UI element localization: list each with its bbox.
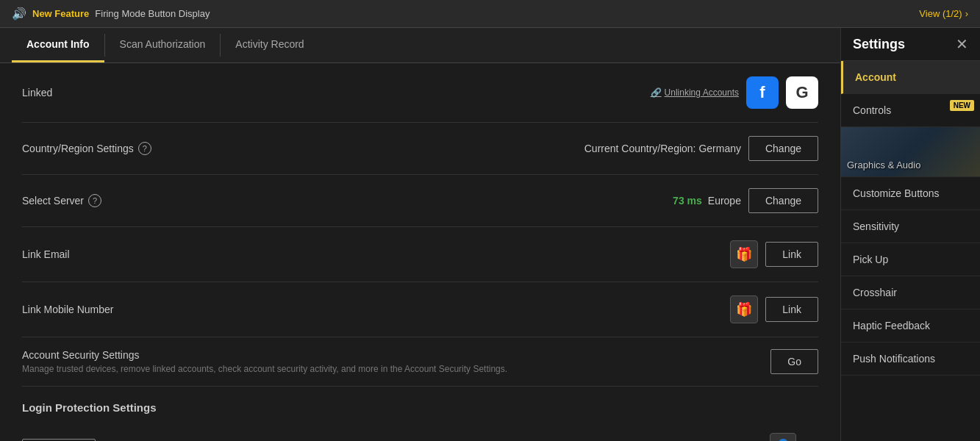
mobile-gift-icon: 🎁: [730, 295, 758, 323]
sidebar-item-account-label: Account: [855, 71, 896, 83]
sidebar-item-controls[interactable]: Controls NEW: [841, 94, 980, 127]
country-info-icon[interactable]: ?: [138, 142, 151, 155]
chain-icon: 🔗: [651, 87, 662, 98]
sidebar-item-pick-up[interactable]: Pick Up: [841, 243, 980, 276]
sidebar: Settings ✕ Account Controls NEW Graphics…: [840, 28, 980, 441]
link-mobile-row: Link Mobile Number 🎁 Link: [22, 282, 818, 337]
sidebar-title: Settings: [853, 37, 905, 52]
link-mobile-label: Link Mobile Number: [22, 304, 114, 315]
settings-content: Linked 🔗 Unlinking Accounts f G: [0, 63, 840, 441]
link-mobile-controls: 🎁 Link: [730, 295, 818, 323]
link-mobile-button[interactable]: Link: [765, 297, 818, 322]
security-settings-row: Account Security Settings Manage trusted…: [22, 337, 818, 387]
graphics-audio-thumbnail: Graphics & Audio: [841, 127, 980, 176]
email-gift-icon: 🎁: [730, 240, 758, 268]
sidebar-item-graphics-audio-label: Graphics & Audio: [847, 159, 920, 171]
security-go-button[interactable]: Go: [770, 349, 818, 374]
unlink-accounts-link[interactable]: 🔗 Unlinking Accounts: [651, 87, 739, 98]
server-region: Europe: [708, 195, 741, 207]
tab-activity-record[interactable]: Activity Record: [221, 28, 318, 62]
sidebar-item-crosshair[interactable]: Crosshair: [841, 276, 980, 309]
chevron-right-icon: ›: [965, 8, 968, 19]
sidebar-item-pick-up-label: Pick Up: [853, 254, 888, 265]
current-country-text: Current Country/Region: Germany: [584, 143, 741, 154]
linked-controls: 🔗 Unlinking Accounts f G: [651, 76, 818, 109]
google-linked-button[interactable]: G: [786, 76, 818, 109]
country-region-label: Country/Region Settings ?: [22, 142, 151, 155]
speaker-icon: 🔊: [12, 7, 26, 21]
sidebar-item-sensitivity-label: Sensitivity: [853, 220, 899, 232]
sidebar-item-push-notifications[interactable]: Push Notifications: [841, 343, 980, 376]
link-email-label: Link Email: [22, 248, 70, 260]
linked-label: Linked: [22, 87, 52, 98]
facebook-linked-button[interactable]: f: [746, 76, 779, 109]
view-label: View (1/2): [919, 8, 962, 19]
main-layout: Account Info Scan Authorization Activity…: [0, 28, 980, 441]
server-change-button[interactable]: Change: [748, 188, 818, 213]
link-email-controls: 🎁 Link: [730, 240, 818, 268]
sidebar-item-customize-buttons[interactable]: Customize Buttons: [841, 177, 980, 210]
ping-value: 73 ms: [673, 195, 702, 207]
country-region-row: Country/Region Settings ? Current Countr…: [22, 123, 818, 175]
sidebar-item-account[interactable]: Account: [841, 61, 980, 94]
server-info: 73 ms Europe: [673, 195, 741, 207]
bottom-row: Log Out Current f Delete Account Privacy…: [22, 421, 818, 441]
tab-scan-authorization[interactable]: Scan Authorization: [105, 28, 221, 62]
view-button[interactable]: View (1/2) ›: [919, 8, 968, 19]
sidebar-item-crosshair-label: Crosshair: [853, 287, 897, 298]
linked-row: Linked 🔗 Unlinking Accounts f G: [22, 63, 818, 123]
sidebar-item-sensitivity[interactable]: Sensitivity: [841, 210, 980, 243]
notification-bar: 🔊 New Feature Firing Mode Button Display: [12, 7, 210, 21]
sidebar-item-graphics-audio[interactable]: Graphics & Audio: [841, 127, 980, 177]
new-badge-controls: NEW: [950, 100, 974, 111]
security-description: Manage trusted devices, remove linked ac…: [22, 364, 507, 374]
feature-description: Firing Mode Button Display: [95, 8, 210, 19]
server-info-icon[interactable]: ?: [88, 194, 101, 207]
close-icon[interactable]: ✕: [956, 35, 968, 53]
login-protection-title: Login Protection Settings: [22, 387, 818, 421]
sidebar-item-controls-label: Controls: [853, 104, 891, 116]
customer-service-block: 👤 Customer Service: [748, 433, 818, 441]
sidebar-item-haptic-feedback[interactable]: Haptic Feedback: [841, 309, 980, 343]
select-server-label: Select Server ?: [22, 194, 101, 207]
server-controls: 73 ms Europe Change: [673, 188, 818, 213]
link-email-row: Link Email 🎁 Link: [22, 227, 818, 282]
sidebar-item-push-notifications-label: Push Notifications: [853, 353, 935, 365]
link-email-button[interactable]: Link: [765, 242, 818, 267]
security-header: Account Security Settings Manage trusted…: [22, 349, 818, 374]
content-area: Account Info Scan Authorization Activity…: [0, 28, 840, 441]
country-change-button[interactable]: Change: [748, 136, 818, 161]
sidebar-item-customize-buttons-label: Customize Buttons: [853, 187, 940, 199]
select-server-row: Select Server ? 73 ms Europe Change: [22, 175, 818, 227]
tab-bar: Account Info Scan Authorization Activity…: [0, 28, 840, 63]
security-label-block: Account Security Settings Manage trusted…: [22, 349, 507, 374]
bottom-links: Delete Account Privacy Policy 👤 Customer…: [589, 433, 818, 441]
tab-account-info[interactable]: Account Info: [12, 28, 104, 62]
sidebar-header: Settings ✕: [841, 28, 980, 61]
country-region-controls: Current Country/Region: Germany Change: [584, 136, 818, 161]
sidebar-item-haptic-feedback-label: Haptic Feedback: [853, 320, 930, 331]
new-feature-label: New Feature: [32, 8, 89, 19]
top-bar: 🔊 New Feature Firing Mode Button Display…: [0, 0, 980, 28]
security-title: Account Security Settings: [22, 349, 507, 361]
customer-service-icon: 👤: [770, 433, 796, 441]
sidebar-items-list: Account Controls NEW Graphics & Audio Cu…: [841, 61, 980, 441]
